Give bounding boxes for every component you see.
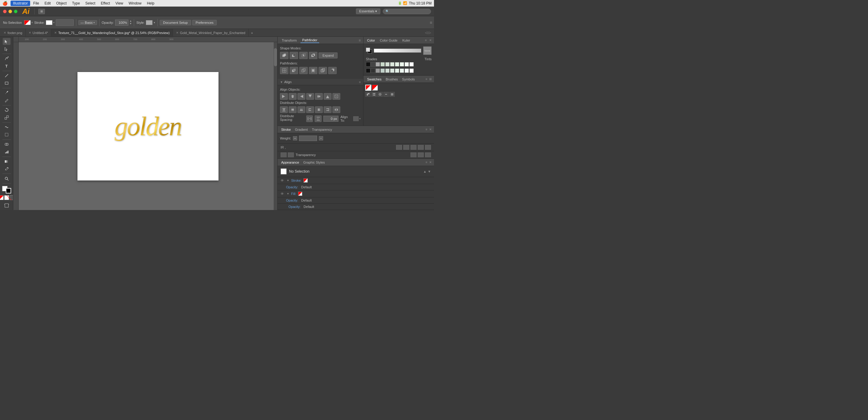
appearance-menu-button[interactable]: ≡ — [426, 161, 427, 164]
style-dropdown-arrow[interactable]: ▾ — [154, 21, 155, 24]
fill-swatch[interactable] — [24, 20, 31, 25]
align-panel-menu[interactable]: ≡ — [359, 80, 361, 84]
minimize-window-button[interactable] — [8, 10, 12, 13]
align-top-button[interactable] — [306, 93, 314, 100]
tab-close-footer[interactable]: ✕ — [4, 31, 6, 34]
transparency-tab[interactable]: Transparency — [311, 127, 333, 132]
warp-tool-button[interactable] — [3, 124, 10, 131]
swatch-white2[interactable] — [409, 68, 414, 73]
swatch-icon4[interactable] — [383, 92, 389, 97]
swatch-dark1[interactable] — [371, 62, 375, 67]
swatch-mint1[interactable] — [380, 62, 385, 67]
eyedropper-button[interactable] — [3, 165, 10, 172]
tabs-overflow-button[interactable]: » — [249, 30, 255, 36]
color-gradient-bar[interactable] — [374, 49, 421, 53]
fg-color[interactable] — [366, 47, 370, 52]
appearance-close-button[interactable]: ✕ — [429, 161, 432, 164]
expand-button[interactable]: Expand — [318, 53, 338, 59]
none-fill-button[interactable] — [4, 195, 9, 200]
stroke-dropdown-arrow[interactable]: ▾ — [53, 21, 55, 24]
swatch-white[interactable] — [409, 62, 414, 67]
swatch-selected[interactable] — [365, 85, 371, 91]
unite-button[interactable] — [280, 52, 288, 59]
canvas-scrollbar-vertical[interactable] — [274, 42, 277, 210]
symbols-tab[interactable]: Symbols — [401, 77, 416, 82]
divide-button[interactable] — [280, 67, 288, 74]
shape-builder-button[interactable] — [3, 141, 10, 148]
none-swatch-button[interactable]: None — [423, 46, 432, 55]
menu-illustrator[interactable]: Illustrator — [10, 1, 30, 6]
align-to-controls[interactable]: ▾ — [353, 116, 361, 121]
apple-menu[interactable]: 🍎 — [2, 1, 7, 6]
scale-tool-button[interactable] — [3, 114, 10, 121]
stroke-appearance-swatch[interactable] — [304, 179, 308, 183]
title-search-input[interactable]: 🔍 — [383, 9, 431, 14]
app-scroll-down[interactable]: ▼ — [428, 170, 431, 173]
fill-stroke-colors[interactable] — [2, 186, 11, 193]
color-panel-menu[interactable]: ≡ — [425, 39, 427, 42]
trans-btn1[interactable] — [410, 153, 416, 157]
swatch-teal1[interactable] — [380, 68, 385, 73]
menu-window[interactable]: Window — [126, 1, 144, 6]
align-center-h-button[interactable] — [289, 93, 297, 100]
stroke-color-swatch[interactable] — [6, 188, 11, 193]
tab-close-untitled[interactable]: ✕ — [29, 31, 31, 34]
fill-expand-icon[interactable]: ▼ — [287, 192, 289, 195]
fill-opacity-link[interactable]: Opacity: — [286, 199, 298, 202]
trans-btn2[interactable] — [418, 153, 424, 157]
panel-right-icon[interactable]: ▷ — [429, 31, 431, 35]
swatch-teal6[interactable] — [404, 68, 409, 73]
weight-input[interactable] — [299, 136, 317, 141]
tab-footer-png[interactable]: ✕ footer.png — [1, 29, 26, 37]
tab-texture-gold[interactable]: ✕ Texture_71__Gold_by_WanderingSoul_Stox… — [51, 29, 173, 37]
fullscreen-window-button[interactable] — [14, 10, 18, 13]
distribute-center-h-button[interactable] — [289, 106, 297, 113]
graphic-styles-tab[interactable]: Graphic Styles — [302, 160, 326, 165]
brush-selector[interactable]: — Basic ▾ — [79, 20, 97, 25]
type-tool-button[interactable]: T — [3, 63, 10, 70]
swatches-expand-button[interactable]: ⊞ — [429, 77, 432, 81]
fill-appearance-swatch[interactable] — [298, 192, 302, 196]
panel-toggle-button[interactable]: ≡ — [430, 20, 432, 25]
minus-front-button[interactable] — [290, 52, 298, 59]
distribute-extra-button[interactable] — [333, 106, 340, 113]
swatch-dark2[interactable] — [366, 68, 370, 73]
pathfinder-tab[interactable]: Pathfinder — [301, 38, 319, 43]
rotate-tool-button[interactable] — [3, 107, 10, 114]
grayscale-button[interactable] — [10, 195, 13, 200]
ir2-btn2[interactable] — [288, 153, 294, 157]
color-fg-bg[interactable] — [366, 47, 372, 54]
swatch-teal5[interactable] — [400, 68, 404, 73]
color-tab[interactable]: Color — [366, 38, 376, 43]
trim-button[interactable] — [290, 67, 298, 74]
stroke-opacity-link[interactable]: Opacity: — [286, 185, 298, 189]
swatch-gray1[interactable] — [375, 62, 380, 67]
align-to-swatch[interactable] — [353, 116, 359, 121]
stroke-color-control[interactable]: ▾ — [46, 20, 55, 25]
distribute-center-v-button[interactable] — [315, 106, 323, 113]
overall-opacity-link[interactable]: Opacity: — [288, 205, 301, 208]
tab-gold-metal[interactable]: ✕ Gold_Metal_Wrinkled_Paper_by_Enchanted — [173, 29, 249, 37]
pathfinder-panel-header[interactable]: Transform Pathfinder ≡ — [278, 37, 363, 44]
app-scroll-up[interactable]: ▲ — [423, 170, 427, 173]
menu-help[interactable]: Help — [144, 1, 157, 6]
menu-select[interactable]: Select — [83, 1, 98, 6]
align-to-dropdown[interactable]: ▾ — [359, 117, 361, 120]
stroke-expand-icon[interactable]: ▼ — [287, 179, 289, 182]
align-center-v-button[interactable] — [315, 93, 323, 100]
swatch-mint2[interactable] — [385, 62, 390, 67]
fill-visibility-icon[interactable]: 👁 — [281, 192, 285, 196]
free-transform-button[interactable] — [3, 131, 10, 138]
pen-tool-button[interactable] — [3, 55, 10, 62]
stroke-weight-input[interactable] — [56, 19, 74, 26]
swatch-mint4[interactable] — [395, 62, 399, 67]
ir-btn2[interactable] — [403, 145, 409, 150]
stroke-swatch[interactable] — [46, 20, 53, 25]
distribute-spacing-v-button[interactable] — [315, 116, 321, 122]
swatch-mint5[interactable] — [400, 62, 404, 67]
weight-down-button[interactable] — [293, 136, 297, 140]
align-left-button[interactable] — [280, 93, 288, 100]
document-setup-button[interactable]: Document Setup — [160, 20, 191, 25]
fill-row-label[interactable]: Fill: — [291, 192, 296, 196]
artboard-tool-button[interactable] — [3, 202, 10, 209]
